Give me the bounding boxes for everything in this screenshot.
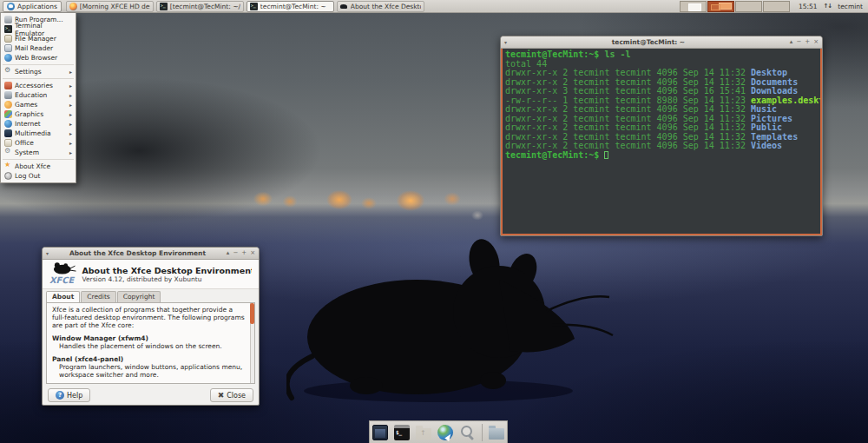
- menu-item-internet[interactable]: Internet▸: [1, 119, 76, 129]
- dock-launcher[interactable]: [437, 423, 455, 442]
- menu-item-accessories[interactable]: Accessories▸: [1, 81, 76, 90]
- scrollbar-thumb[interactable]: [250, 303, 254, 324]
- xfce-mouse-icon: [340, 3, 348, 10]
- settings-icon: [4, 68, 12, 76]
- terminal-text: -rw-r--r-- 1 tecmint tecmint 8980 Sep 14…: [505, 96, 751, 105]
- submenu-arrow-icon: ▸: [69, 83, 72, 89]
- dock-launcher[interactable]: [488, 423, 506, 442]
- dialog-header: XFCE About the Xfce Desktop Environment …: [43, 260, 259, 289]
- tab-credits[interactable]: Credits: [81, 291, 115, 302]
- dock-separator: [482, 424, 483, 441]
- taskbar-button[interactable]: tecmint@TecMint: ~: [247, 1, 334, 12]
- menu-item-about-xfce[interactable]: About Xfce: [1, 162, 76, 171]
- tab-about[interactable]: About: [46, 291, 80, 303]
- taskbar-button[interactable]: [Morning XFCE HD desk...: [66, 1, 154, 12]
- menu-item-web-browser[interactable]: Web Browser: [1, 53, 76, 63]
- taskbar-button[interactable]: About the Xfce Desktop...: [337, 1, 424, 12]
- terminal-text: Pictures: [751, 114, 792, 123]
- shade-button[interactable]: ▴: [227, 250, 230, 256]
- terminal-output[interactable]: tecmint@TecMint:~$ ls -ltotal 44drwxr-xr…: [501, 49, 822, 235]
- shade-button[interactable]: ▴: [790, 39, 793, 45]
- scrollbar[interactable]: [250, 303, 254, 383]
- applications-button-label: Applications: [17, 3, 57, 10]
- applications-menu: Run Program...Terminal EmulatorFile Mana…: [0, 13, 76, 183]
- menu-item-terminal-emulator[interactable]: Terminal Emulator: [1, 24, 76, 34]
- taskbar-button-label: About the Xfce Desktop...: [351, 3, 421, 10]
- close-button[interactable]: ×: [250, 250, 255, 256]
- dock-launcher[interactable]: [458, 423, 477, 442]
- terminal-text: Desktop: [751, 68, 787, 77]
- menu-item-label: Education: [15, 91, 47, 99]
- terminal-titlebar[interactable]: ▾ tecmint@TecMint: ~ ▴−+×: [501, 36, 822, 49]
- dialog-footer: ? Help ✖ Close: [43, 384, 259, 407]
- taskbar-button[interactable]: [tecmint@TecMint: ~/.th...: [156, 1, 244, 12]
- menu-item-multimedia[interactable]: Multimedia▸: [1, 129, 76, 138]
- menu-item-label: Log Out: [15, 172, 40, 180]
- menu-item-label: Graphics: [15, 110, 43, 118]
- dialog-titlebar[interactable]: ▾ About the Xfce Desktop Environment ▴−+…: [43, 248, 259, 260]
- menu-separator: [3, 159, 74, 160]
- menu-item-settings[interactable]: Settings▸: [1, 67, 76, 76]
- username[interactable]: tecmint: [838, 3, 863, 10]
- tab-copyright[interactable]: Copyright: [117, 291, 161, 302]
- dock-launcher[interactable]: [415, 423, 433, 442]
- menu-item-education[interactable]: Education▸: [1, 90, 76, 100]
- terminal-text: examples.desktop: [751, 96, 822, 105]
- terminal-title: tecmint@TecMint: ~: [507, 38, 790, 46]
- maximize-button[interactable]: +: [805, 39, 810, 45]
- menu-item-mail-reader[interactable]: Mail Reader: [1, 43, 76, 53]
- terminal-cursor: [604, 151, 608, 159]
- bottom-dock: [369, 420, 508, 443]
- dock-folder-icon: [489, 428, 504, 440]
- workspace-2[interactable]: [707, 1, 734, 12]
- minimize-button[interactable]: −: [796, 39, 801, 45]
- menu-item-label: About Xfce: [15, 162, 50, 170]
- desktop: Applications [Morning XFCE HD desk...[te…: [0, 0, 868, 443]
- maximize-button[interactable]: +: [241, 250, 247, 256]
- dock-search-icon: [459, 425, 475, 440]
- internet-icon: [4, 120, 12, 128]
- menu-item-office[interactable]: Office▸: [1, 138, 76, 148]
- terminal-text: tecmint@TecMint:~$: [505, 50, 599, 59]
- minimize-button[interactable]: −: [233, 250, 238, 256]
- menu-separator: [3, 64, 74, 65]
- workspace-3[interactable]: [735, 1, 762, 12]
- terminal-text: Downloads: [751, 86, 798, 96]
- dock-terminal-icon: [394, 425, 410, 440]
- terminal-line: tecmint@TecMint:~$: [505, 151, 818, 161]
- taskbar-button-label: [tecmint@TecMint: ~/.th...: [170, 3, 240, 10]
- workspace-4[interactable]: [763, 1, 790, 12]
- dock-browser-icon: [437, 425, 453, 440]
- menu-item-label: Internet: [15, 120, 41, 128]
- terminal-icon: [250, 3, 258, 10]
- applications-menu-button[interactable]: Applications: [3, 1, 62, 12]
- submenu-arrow-icon: ▸: [69, 121, 72, 127]
- terminal-text: drwxr-xr-x 2 tecmint tecmint 4096 Sep 14…: [505, 68, 751, 77]
- menu-item-games[interactable]: Games▸: [1, 100, 76, 109]
- dock-launcher[interactable]: [372, 423, 390, 442]
- firefox-icon: [69, 3, 77, 10]
- dock-launcher[interactable]: [393, 423, 411, 442]
- taskbar-button-label: tecmint@TecMint: ~: [260, 3, 326, 10]
- menu-item-label: Games: [15, 101, 37, 109]
- svg-text:XFCE: XFCE: [49, 274, 75, 284]
- workspace-1[interactable]: [680, 1, 707, 12]
- menu-item-label: Multimedia: [15, 129, 51, 137]
- terminal-text: drwxr-xr-x 2 tecmint tecmint 4096 Sep 14…: [505, 104, 751, 114]
- menu-item-log-out[interactable]: Log Out: [1, 171, 76, 181]
- menu-item-graphics[interactable]: Graphics▸: [1, 109, 76, 119]
- logout-icon: [4, 172, 12, 180]
- help-button[interactable]: ? Help: [48, 388, 90, 402]
- terminal-window: ▾ tecmint@TecMint: ~ ▴−+× tecmint@TecMin…: [500, 36, 823, 236]
- close-button[interactable]: ×: [813, 39, 819, 45]
- program-name: Panel (xfce4-panel): [52, 355, 246, 363]
- menu-item-system[interactable]: System▸: [1, 148, 76, 157]
- close-button[interactable]: ✖ Close: [210, 388, 253, 402]
- education-icon: [4, 91, 12, 99]
- terminal-line: tecmint@TecMint:~$ ls -l: [505, 50, 818, 60]
- xfce-logo: XFCE: [49, 262, 76, 287]
- updown-arrows-icon[interactable]: ↑↓: [824, 3, 832, 10]
- submenu-arrow-icon: ▸: [69, 149, 72, 155]
- dock-home-icon: [416, 428, 431, 440]
- terminal-text: Music: [751, 104, 777, 114]
